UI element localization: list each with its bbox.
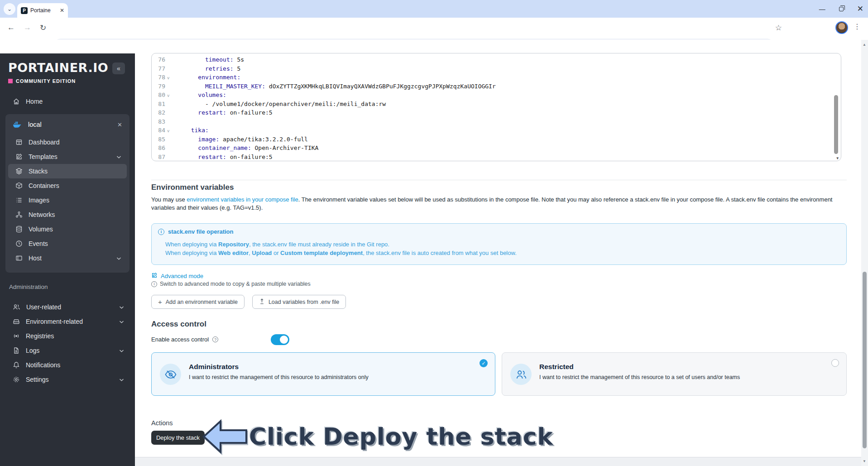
infobox-line-1: When deploying via Repository, the stack… [165, 241, 389, 248]
portainer-page: PORTAINER.IO « COMMUNITY EDITION Home lo… [0, 40, 868, 466]
tab-close-icon[interactable]: ✕ [60, 7, 64, 14]
add-environment-variable-button[interactable]: + Add an environment variable [151, 295, 245, 309]
editor-line: 77 retries: 5 [152, 64, 841, 73]
enable-access-control-label: Enable access control ? [151, 336, 218, 343]
sidebar-item-notifications[interactable]: Notifications [0, 358, 135, 372]
forward-icon[interactable]: → [24, 23, 31, 32]
sidebar-collapse-button[interactable]: « [112, 62, 125, 74]
dashboard-icon [15, 139, 23, 146]
scroll-up-icon[interactable]: ▲ [863, 43, 866, 47]
chevron-down-icon [116, 255, 121, 262]
infobox-title: i stack.env file operation [158, 228, 234, 235]
scroll-down-icon[interactable]: ▼ [863, 459, 866, 463]
sidebar-item-settings[interactable]: Settings [0, 372, 135, 387]
sidebar-item-label: Home [26, 98, 43, 105]
compose-env-vars-link[interactable]: environment variables in your compose fi… [187, 196, 298, 203]
sidebar-item-environment-related[interactable]: Environment-related [0, 314, 135, 329]
page-scrollbar[interactable]: ▲ ▼ [861, 40, 868, 466]
deploy-stack-button[interactable]: Deploy the stack [151, 431, 205, 445]
sidebar-item-host[interactable]: Host [8, 251, 127, 265]
docker-whale-icon [13, 121, 22, 128]
environment-name: local [28, 121, 42, 128]
portainer-logo: PORTAINER.IO [8, 61, 108, 75]
images-icon [15, 197, 23, 204]
sidebar-item-dashboard[interactable]: Dashboard [8, 135, 127, 149]
window-minimize-button[interactable]: — [819, 5, 825, 13]
environment-header[interactable]: local ✕ [5, 114, 129, 135]
editor-scrollbar-thumb[interactable] [834, 95, 838, 154]
sidebar-item-home[interactable]: Home [0, 94, 135, 109]
stacks-icon [15, 168, 23, 175]
reload-icon[interactable]: ↻ [40, 23, 46, 33]
chevron-down-icon [119, 347, 124, 354]
compose-editor[interactable]: 76 timeout: 5s 77 retries: 5 78v environ… [151, 53, 841, 161]
broadcast-icon [13, 332, 20, 340]
advanced-mode-link[interactable]: Advanced mode [151, 272, 203, 280]
editor-line: 80v volumes: [152, 91, 841, 100]
annotation-arrow-icon [202, 419, 248, 454]
env-vars-heading: Environment variables [151, 183, 234, 192]
sidebar-item-logs[interactable]: Logs [0, 343, 135, 358]
access-control-toggle[interactable] [271, 334, 289, 345]
annotation-text: Click Deploy the stack [249, 423, 553, 450]
sidebar-item-containers[interactable]: Containers [8, 178, 127, 193]
templates-icon [15, 153, 23, 160]
back-icon[interactable]: ← [7, 23, 15, 32]
sidebar-item-networks[interactable]: Networks [8, 207, 127, 222]
page-scrollbar-thumb[interactable] [863, 272, 867, 448]
administration-label: Administration [9, 283, 48, 290]
restricted-radio[interactable] [831, 359, 839, 367]
editor-line: 83 [152, 117, 841, 126]
bookmark-star-icon[interactable]: ☆ [775, 23, 782, 33]
access-control-heading: Access control [151, 320, 206, 329]
restricted-title: Restricted [539, 363, 574, 371]
info-icon: i [151, 281, 157, 287]
file-text-icon [13, 347, 20, 354]
restricted-option-card[interactable]: Restricted I want to restrict the manage… [502, 352, 847, 396]
administrators-option-card[interactable]: Administrators I want to restrict the ma… [151, 352, 495, 396]
check-icon[interactable]: ✓ [480, 359, 488, 367]
bell-icon [13, 361, 20, 369]
hard-drive-icon [13, 318, 20, 325]
sidebar-item-stacks[interactable]: Stacks [8, 164, 127, 178]
pencil-icon [151, 272, 158, 280]
browser-toolbar: ← → ↻ ⚠ Not secure 192.168.1.18:9000/#!/… [0, 18, 868, 40]
environment-box: local ✕ Dashboard Templates Stacks Conta… [5, 114, 129, 273]
tab-title: Portaine [30, 7, 57, 14]
environment-close-icon[interactable]: ✕ [117, 121, 122, 128]
browser-menu-icon[interactable]: ⋮ [854, 22, 861, 31]
profile-avatar[interactable] [835, 21, 848, 34]
section-divider [151, 180, 847, 180]
load-variables-button[interactable]: Load variables from .env file [252, 295, 346, 309]
editor-line: 87 restart: on-failure:5 [152, 153, 841, 162]
editor-scroll-down-icon[interactable]: ▼ [836, 156, 839, 160]
help-icon[interactable]: ? [212, 336, 218, 342]
users-icon [510, 364, 532, 385]
home-icon [13, 98, 20, 105]
sidebar-item-registries[interactable]: Registries [0, 329, 135, 343]
editor-line: 78v environment: [152, 73, 841, 82]
window-close-button[interactable]: ✕ [857, 4, 863, 14]
edition-label: COMMUNITY EDITION [8, 78, 76, 84]
sidebar-item-templates[interactable]: Templates [8, 149, 127, 164]
browser-tab[interactable]: P Portaine ✕ [17, 3, 68, 18]
events-icon [15, 240, 23, 247]
sidebar-item-volumes[interactable]: Volumes [8, 222, 127, 236]
sidebar-item-user-related[interactable]: User-related [0, 300, 135, 314]
gear-icon [13, 376, 20, 383]
editor-line: 79 MEILI_MASTER_KEY: dOxZYTTZgXKMHkqLBIQ… [152, 82, 841, 91]
chevron-down-icon [119, 376, 124, 383]
containers-icon [15, 182, 23, 189]
actions-heading: Actions [151, 419, 173, 427]
tab-search-button[interactable]: ⌄ [4, 3, 15, 15]
administrators-title: Administrators [189, 363, 239, 371]
env-vars-description: You may use environment variables in you… [151, 196, 850, 211]
restricted-description: I want to restrict the management of thi… [539, 374, 740, 380]
sidebar-item-images[interactable]: Images [8, 193, 127, 207]
browser-titlebar: ⌄ P Portaine ✕ — ✕ [0, 0, 868, 18]
page-footer-strip [135, 457, 861, 466]
toggle-knob [280, 336, 288, 344]
window-restore-button[interactable] [839, 7, 844, 11]
sidebar-item-events[interactable]: Events [8, 236, 127, 251]
chevron-down-icon [119, 303, 124, 311]
